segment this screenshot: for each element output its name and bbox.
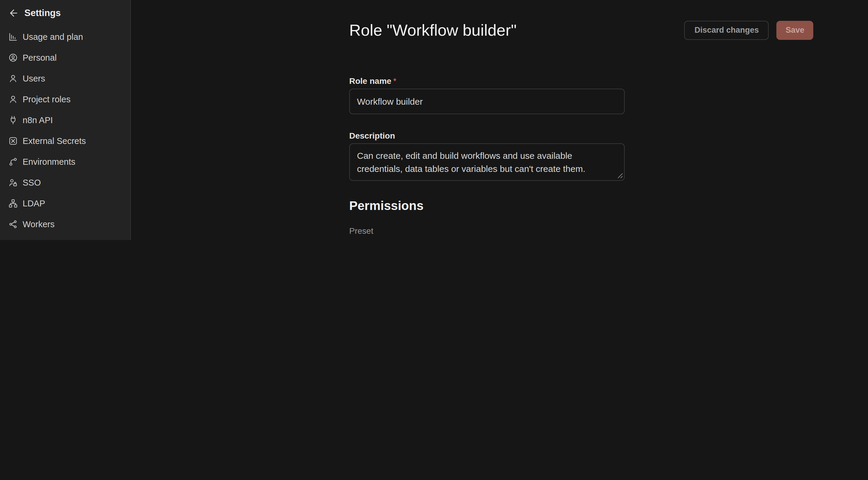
description-textarea[interactable]: Can create, edit and build workflows and… [349, 143, 625, 181]
plug-icon [8, 115, 18, 125]
sidebar-item-workers[interactable]: Workers [0, 214, 130, 234]
sidebar-item-ldap[interactable]: LDAP [0, 193, 130, 214]
save-button[interactable]: Save [777, 21, 813, 40]
sidebar-item-environments[interactable]: Environments [0, 151, 130, 172]
sidebar-item-external-secrets[interactable]: External Secrets [0, 130, 130, 151]
preset-label: Preset [349, 226, 813, 236]
user-circle-icon [8, 53, 18, 62]
sidebar-item-label: Personal [23, 53, 57, 62]
settings-back-button[interactable]: Settings [0, 0, 130, 26]
sidebar-item-label: Workers [23, 219, 55, 229]
sidebar-item-label: LDAP [23, 198, 45, 208]
sidebar-item-users[interactable]: Users [0, 68, 130, 89]
chart-column-icon [8, 32, 18, 41]
required-asterisk: * [393, 76, 397, 86]
sidebar-item-label: SSO [23, 178, 41, 187]
sidebar-title: Settings [24, 8, 61, 19]
sidebar-item-usage-and-plan[interactable]: Usage and plan [0, 26, 130, 47]
sidebar-item-personal[interactable]: Personal [0, 47, 130, 68]
network-nodes-icon [8, 219, 18, 229]
sidebar-item-project-roles[interactable]: Project roles [0, 89, 130, 109]
sidebar-item-label: Usage and plan [23, 32, 83, 41]
main-area: Role "Workflow builder" Discard changes … [131, 0, 868, 240]
permissions-heading: Permissions [349, 199, 813, 215]
arrow-left-icon [8, 8, 19, 19]
description-label: Description [349, 131, 813, 141]
user-icon [8, 73, 18, 83]
discard-changes-button[interactable]: Discard changes [684, 21, 769, 40]
sidebar-item-sso[interactable]: SSO [0, 172, 130, 193]
sidebar-item-n8n-api[interactable]: n8n API [0, 109, 130, 130]
user-lock-icon [8, 178, 18, 187]
resize-handle-icon[interactable] [618, 173, 623, 179]
sidebar-item-label: n8n API [23, 115, 53, 125]
sidebar-menu: Usage and plan Personal Users Project ro… [0, 26, 130, 240]
sidebar-item-label: Environments [23, 157, 75, 166]
role-name-label: Role name* [349, 76, 813, 87]
vault-icon [8, 136, 18, 146]
sidebar-item-label: Project roles [23, 94, 70, 104]
settings-sidebar: Settings Usage and plan Personal Users P… [0, 0, 131, 240]
sidebar-item-log-streaming[interactable]: Log Streaming [0, 234, 130, 240]
git-branch-icon [8, 157, 18, 166]
user-icon [8, 94, 18, 104]
sidebar-item-label: Users [23, 73, 45, 83]
role-name-input[interactable] [349, 89, 625, 114]
hierarchy-icon [8, 198, 18, 208]
sidebar-item-label: External Secrets [23, 136, 86, 146]
app-window: Settings Usage and plan Personal Users P… [0, 0, 868, 240]
page-title: Role "Workflow builder" [349, 20, 517, 41]
